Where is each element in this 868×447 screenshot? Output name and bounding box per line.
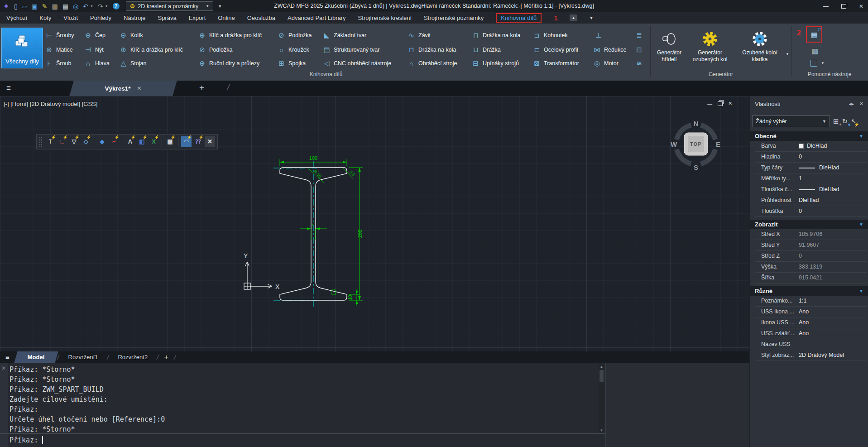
ribbon-tab-vlo-it[interactable]: Vložit: [63, 14, 78, 21]
compass-north[interactable]: N: [694, 120, 699, 127]
property-value[interactable]: 383.1319: [795, 262, 867, 272]
weld-symbol-icon[interactable]: ⌐⚡: [109, 136, 119, 147]
close-icon[interactable]: ✕: [859, 101, 863, 107]
ribbon-tab-v-choz-[interactable]: Výchozí: [6, 14, 27, 21]
ribbon-tab-geoslu-ba[interactable]: Geoslužba: [247, 14, 275, 21]
property-value[interactable]: Ano: [795, 317, 867, 328]
property-value[interactable]: 185.9706: [795, 229, 867, 240]
part-calculator-button[interactable]: ▦⇄: [806, 26, 822, 43]
print-icon[interactable]: ▤: [62, 3, 68, 10]
text-annotation-icon[interactable]: A⚡: [125, 136, 135, 147]
viewport-label[interactable]: [-] [Horní] [2D Drátový model] [GSS]: [4, 101, 97, 107]
ribbon-tab-stroj-rensk-kreslen-[interactable]: Strojírenské kreslení: [358, 14, 412, 21]
surface-finish-icon[interactable]: ⊺⚡: [45, 136, 56, 147]
shaft-generator-button[interactable]: Generátor hřídelí: [652, 24, 686, 71]
compass-west[interactable]: W: [671, 140, 677, 148]
ribbon-tab-spr-va[interactable]: Správa: [158, 14, 176, 21]
layout-tab-rozvržení1[interactable]: Rozvržení1: [60, 351, 106, 363]
open-folder-icon[interactable]: ▱: [22, 3, 27, 10]
property-value[interactable]: DleHlad: [795, 163, 867, 173]
ribbon-collapse-button[interactable]: ▲: [570, 14, 577, 21]
close-toolbar-icon[interactable]: ✕: [205, 136, 215, 147]
section-header-rzn[interactable]: Různé▼: [750, 286, 868, 296]
restore-icon[interactable]: [841, 4, 846, 9]
query-block-icon[interactable]: ◆: [97, 136, 107, 147]
close-icon[interactable]: ✕: [728, 101, 732, 106]
copy-icon[interactable]: ▥: [52, 3, 58, 10]
part-item-key-keyway[interactable]: ⊕Klíč a drážka pro klíč: [198, 30, 262, 40]
hamburger-menu-icon[interactable]: ≡: [6, 84, 17, 92]
new-layout-button[interactable]: +: [159, 353, 173, 362]
tolerance-triangle-icon[interactable]: ▽⚡: [69, 136, 79, 147]
minimize-icon[interactable]: —: [823, 3, 829, 10]
scrollbar-thumb[interactable]: [599, 370, 604, 382]
excel-link-icon[interactable]: X⚡: [149, 136, 159, 147]
part-item-structured-shape[interactable]: ▤Strukturovaný tvar: [323, 45, 379, 55]
save-icon[interactable]: ▣: [32, 3, 38, 10]
property-value[interactable]: DleHlad: [795, 141, 867, 151]
chevron-down-icon[interactable]: ▼: [859, 222, 863, 227]
select-objects-icon[interactable]: ↖⚡: [851, 117, 857, 125]
part-item-tap[interactable]: ⊐Kohoutek: [533, 30, 568, 40]
datum-target-icon[interactable]: ◇⚡: [81, 136, 91, 147]
qat-customize-icon[interactable]: ▼: [218, 4, 222, 9]
layout-tab-rozvržení2[interactable]: Rozvržení2: [110, 351, 156, 363]
chevron-down-icon[interactable]: ▼: [105, 5, 108, 8]
datum-icon[interactable]: ∟⚡: [57, 136, 67, 147]
view-compass[interactable]: N W E S TOP: [669, 115, 723, 174]
part-item-groove[interactable]: ⊔Drážka: [472, 45, 501, 55]
part-item-key-keyway[interactable]: ⊕Klíč a drážka pro klíč: [120, 45, 183, 55]
chevron-down-icon[interactable]: ▼: [786, 52, 789, 56]
command-window[interactable]: ✕ Příkaz: *Storno*Příkaz: *Storno*Příkaz…: [0, 363, 605, 447]
property-value[interactable]: 0: [795, 152, 867, 162]
command-input-row[interactable]: Příkaz:: [0, 433, 605, 447]
part-item-screw[interactable]: ⊦Šroub: [45, 58, 71, 68]
ribbon-tab-stroj-rensk-pozn-mky[interactable]: Strojírenské poznámky: [424, 14, 484, 21]
section-header-zobrazit[interactable]: Zobrazit▼: [750, 220, 868, 229]
new-document-tab-button[interactable]: +: [199, 83, 204, 93]
dock-icon[interactable]: ◂▸: [849, 101, 854, 107]
part-item-head[interactable]: ∩Hlava: [84, 58, 110, 68]
property-value[interactable]: Ano: [795, 307, 867, 317]
part-item-parts-bolt[interactable]: ≋: [635, 58, 643, 68]
part-item-machine-clamps[interactable]: ⊟Upínáky strojů: [472, 58, 519, 68]
ribbon-tab-n-stroje[interactable]: Nástroje: [124, 14, 145, 21]
undo-icon[interactable]: ↶: [83, 3, 88, 10]
part-item-rivet[interactable]: ⊣Nýt: [84, 45, 104, 55]
toggle-pickadd-icon[interactable]: ↻■: [842, 117, 848, 125]
chevron-down-icon[interactable]: ▼: [589, 16, 593, 20]
part-insert-button[interactable]: ▦↓: [809, 45, 821, 56]
hamburger-menu-icon[interactable]: ≡: [5, 353, 10, 361]
block-corner-icon[interactable]: ◧⚡: [137, 136, 147, 147]
property-value[interactable]: 1:1: [795, 296, 867, 306]
scroll-up-icon[interactable]: ▲: [599, 365, 604, 369]
all-parts-button[interactable]: Všechny díly: [1, 28, 43, 68]
document-tab[interactable]: Výkres1* ✕: [72, 81, 175, 96]
section-header-obecn[interactable]: Obecné▼: [750, 131, 868, 141]
property-value[interactable]: [795, 339, 867, 350]
toolbar-drag-handle[interactable]: [39, 136, 43, 147]
part-item-ring[interactable]: ○Kroužek: [278, 45, 309, 55]
property-value[interactable]: DleHlad: [795, 195, 867, 206]
part-item-washer[interactable]: ⊘Podložka: [198, 45, 232, 55]
part-item-machine-tools[interactable]: ⌂Obráběcí stroje: [408, 58, 457, 68]
save-as-icon[interactable]: ✎: [42, 3, 48, 10]
table-edit-icon[interactable]: ▦⚡: [165, 136, 175, 147]
compass-south[interactable]: S: [694, 163, 698, 171]
help-icon[interactable]: ?: [113, 3, 120, 10]
part-item-parts-table[interactable]: ≣: [635, 30, 643, 40]
property-value[interactable]: Ano: [795, 328, 867, 339]
gear-pulley-button[interactable]: Ozubené kolo/ kladka ▼: [736, 24, 784, 71]
minimize-icon[interactable]: —: [707, 101, 712, 106]
close-icon[interactable]: ✕: [859, 3, 863, 10]
property-value[interactable]: 915.0421: [795, 273, 867, 283]
part-item-manholes[interactable]: ⊕Ruční díry a průlezy: [198, 58, 259, 68]
selection-dropdown[interactable]: Žádný výběr ▼: [752, 115, 830, 127]
compass-east[interactable]: E: [716, 140, 720, 148]
compass-top-cube[interactable]: TOP: [684, 133, 708, 155]
part-item-parts-window[interactable]: ⊡: [635, 45, 643, 55]
double-question-icon[interactable]: ⁇⚡: [193, 136, 203, 147]
property-value[interactable]: 0: [795, 251, 867, 261]
arc-tool-icon[interactable]: ◠⚡: [181, 136, 192, 147]
part-item-stand[interactable]: △Stojan: [120, 58, 146, 68]
